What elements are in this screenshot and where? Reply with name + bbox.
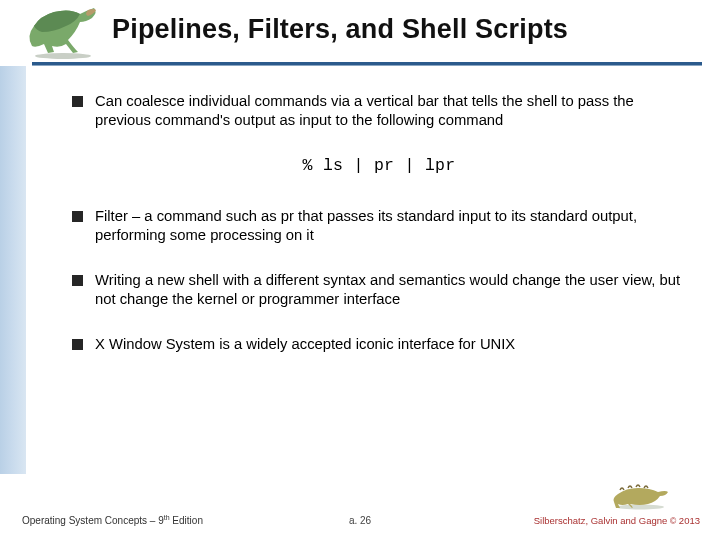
bullet-text: X Window System is a widely accepted ico… [95,335,515,354]
footer-year: 2013 [676,515,700,526]
bullet-square-icon [72,275,83,286]
title-area: Pipelines, Filters, and Shell Scripts [0,0,720,66]
bullet-square-icon [72,96,83,107]
dinosaur-top-icon [18,2,104,60]
bullet-text: Filter – a command such as pr that passe… [95,207,686,245]
bullet-item: Filter – a command such as pr that passe… [72,207,686,245]
slide: Pipelines, Filters, and Shell Scripts Ca… [0,0,720,540]
footer-right: Silberschatz, Galvin and Gagne © 2013 [534,515,700,526]
code-example: % ls | pr | lpr [72,156,686,175]
svg-point-1 [616,505,664,510]
content-area: Can coalesce individual commands via a v… [72,92,686,380]
bullet-item: Writing a new shell with a different syn… [72,271,686,309]
bullet-text: Can coalesce individual commands via a v… [95,92,686,130]
title-underline [32,62,702,66]
bullet-square-icon [72,339,83,350]
bullet-square-icon [72,211,83,222]
footer: Operating System Concepts – 9th Edition … [0,478,720,540]
bullet-item: Can coalesce individual commands via a v… [72,92,686,130]
dinosaur-bottom-icon [610,480,672,510]
footer-authors: Silberschatz, Galvin and Gagne [534,515,668,526]
bullet-item: X Window System is a widely accepted ico… [72,335,686,354]
svg-point-0 [35,53,91,59]
bullet-text: Writing a new shell with a different syn… [95,271,686,309]
side-strip [0,66,26,474]
slide-title: Pipelines, Filters, and Shell Scripts [112,14,700,45]
